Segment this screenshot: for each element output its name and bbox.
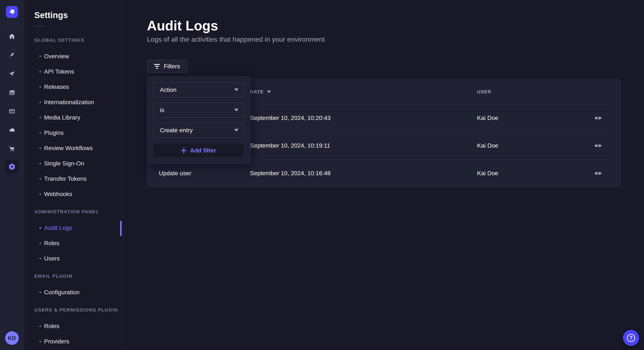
bullet-icon xyxy=(40,71,41,72)
strapi-logo[interactable] xyxy=(6,6,18,18)
page-title: Audit Logs xyxy=(147,18,644,34)
filter-attribute-select[interactable]: Action xyxy=(153,82,244,97)
sidebar-item-configuration[interactable]: Configuration xyxy=(34,285,123,300)
sidebar-item-label: Transfer Tokens xyxy=(44,175,86,182)
filters-button-label: Filters xyxy=(164,63,180,70)
column-header-date-label: DATE xyxy=(250,89,264,95)
bullet-icon xyxy=(40,163,41,164)
column-header-date[interactable]: DATE xyxy=(250,89,477,95)
section-label-administration-panel: ADMINISTRATION PANEL xyxy=(34,209,123,214)
sidebar-item-label: Plugins xyxy=(44,130,64,136)
plus-icon xyxy=(181,148,186,153)
sidebar-item-review-workflows[interactable]: Review Workflows xyxy=(34,141,123,156)
rail-divider xyxy=(0,24,24,24)
settings-nav-active[interactable] xyxy=(5,160,19,174)
home-icon[interactable] xyxy=(8,33,15,40)
filters-button[interactable]: Filters xyxy=(147,60,187,73)
sidebar-item-label: Providers xyxy=(44,338,69,345)
add-filter-button[interactable]: Add filter xyxy=(153,143,244,158)
bullet-icon xyxy=(40,193,41,195)
sidebar-item-api-tokens[interactable]: API Tokens xyxy=(34,64,123,79)
feather-icon[interactable] xyxy=(8,52,15,58)
sidebar-item-label: Media Library xyxy=(44,114,80,121)
media-library-icon[interactable] xyxy=(8,89,15,96)
section-label-email-plugin: EMAIL PLUGIN xyxy=(34,273,123,279)
view-log-button[interactable] xyxy=(592,113,604,123)
settings-sidebar: Settings GLOBAL SETTINGS Overview API To… xyxy=(24,0,123,350)
sidebar-item-transfer-tokens[interactable]: Transfer Tokens xyxy=(34,171,123,186)
cloud-icon[interactable] xyxy=(8,127,15,133)
bullet-icon xyxy=(40,117,41,118)
cell-date: September 10, 2024, 10:19:11 xyxy=(250,142,477,149)
sidebar-item-media-library[interactable]: Media Library xyxy=(34,110,123,125)
bullet-icon xyxy=(40,178,41,180)
sort-descending-icon xyxy=(267,91,271,93)
filter-icon xyxy=(154,64,160,69)
question-mark-icon: ? xyxy=(627,334,635,342)
filter-operator-select[interactable]: is xyxy=(153,103,244,117)
sidebar-item-internationalization[interactable]: Internationalization xyxy=(34,95,123,110)
sidebar-item-users-admin[interactable]: Users xyxy=(34,251,123,266)
bullet-icon xyxy=(40,325,41,327)
sidebar-item-providers[interactable]: Providers xyxy=(34,334,123,349)
bullet-icon xyxy=(40,341,41,342)
strapi-logo-icon xyxy=(6,6,18,18)
page-subtitle: Logs of all the activities that happened… xyxy=(147,35,644,43)
bullet-icon xyxy=(40,55,41,57)
app-root: KD Settings GLOBAL SETTINGS Overview API… xyxy=(0,0,644,350)
eye-icon xyxy=(594,143,602,148)
active-item-indicator xyxy=(120,221,122,236)
filter-value-value: Create entry xyxy=(160,127,193,134)
cell-user: Kai Doe xyxy=(477,142,592,149)
cell-date: September 10, 2024, 10:20:43 xyxy=(250,115,477,121)
user-avatar[interactable]: KD xyxy=(5,331,19,345)
sidebar-item-label: Audit Logs xyxy=(44,224,72,231)
cell-user: Kai Doe xyxy=(477,170,592,177)
bullet-icon xyxy=(40,292,41,293)
sidebar-title: Settings xyxy=(34,10,123,20)
section-label-global-settings: GLOBAL SETTINGS xyxy=(34,37,123,43)
view-log-button[interactable] xyxy=(592,169,604,178)
help-button[interactable]: ? xyxy=(623,330,639,346)
sidebar-item-overview[interactable]: Overview xyxy=(34,49,123,64)
sidebar-item-label: Users xyxy=(44,255,60,262)
bullet-icon xyxy=(40,86,41,88)
main-nav-rail: KD xyxy=(0,0,24,350)
chevron-down-icon xyxy=(234,109,238,111)
filter-popover: Action is Create entry Add filter xyxy=(147,76,250,164)
cart-icon[interactable] xyxy=(8,145,15,152)
bullet-icon xyxy=(40,227,41,229)
eye-icon xyxy=(594,116,602,121)
cell-action: Update user xyxy=(147,170,250,177)
sidebar-item-label: Webhooks xyxy=(44,191,72,197)
view-log-button[interactable] xyxy=(592,141,604,150)
sidebar-item-roles-admin[interactable]: Roles xyxy=(34,236,123,251)
bullet-icon xyxy=(40,132,41,134)
paper-plane-icon[interactable] xyxy=(8,70,15,77)
main-content: Audit Logs Logs of all the activities th… xyxy=(123,0,644,350)
section-label-users-permissions-plugin: USERS & PERMISSIONS PLUGIN xyxy=(34,307,123,313)
sidebar-item-webhooks[interactable]: Webhooks xyxy=(34,186,123,202)
layout-icon[interactable] xyxy=(8,108,15,115)
sidebar-item-plugins[interactable]: Plugins xyxy=(34,125,123,141)
eye-icon xyxy=(594,171,602,176)
rail-bottom-divider xyxy=(0,327,24,327)
sidebar-item-single-sign-on[interactable]: Single Sign-On xyxy=(34,156,123,171)
column-header-user: USER xyxy=(477,89,620,95)
sidebar-item-label: Internationalization xyxy=(44,99,94,106)
sidebar-item-audit-logs[interactable]: Audit Logs xyxy=(34,220,123,236)
sidebar-item-label: Releases xyxy=(44,84,69,90)
sidebar-item-roles-up[interactable]: Roles xyxy=(34,319,123,334)
sidebar-item-label: Configuration xyxy=(44,289,80,296)
filter-attribute-value: Action xyxy=(160,87,176,93)
filter-value-select[interactable]: Create entry xyxy=(153,123,244,138)
bullet-icon xyxy=(40,101,41,103)
sidebar-item-releases[interactable]: Releases xyxy=(34,79,123,95)
cell-date: September 10, 2024, 10:16:48 xyxy=(250,170,477,177)
add-filter-label: Add filter xyxy=(190,147,216,154)
bullet-icon xyxy=(40,147,41,149)
sidebar-item-label: API Tokens xyxy=(44,68,74,75)
sidebar-item-label: Roles xyxy=(44,323,60,330)
cell-user: Kai Doe xyxy=(477,115,592,121)
bullet-icon xyxy=(40,242,41,244)
